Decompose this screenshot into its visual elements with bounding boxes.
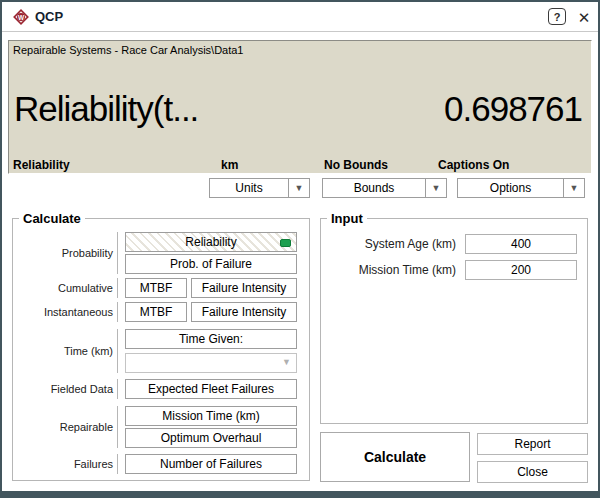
report-button[interactable]: Report [477,433,588,455]
mission-time-label: Mission Time (km) [321,263,456,277]
repairable-row: Repairable Mission Time (km) Optimum Ove… [13,406,297,448]
probability-label: Probability [13,232,113,274]
instantaneous-mtbf-button[interactable]: MTBF [125,302,187,322]
number-of-failures-button[interactable]: Number of Failures [125,454,297,474]
close-button[interactable]: Close [477,461,588,483]
title-bar: W QCP ? ✕ [2,2,598,32]
input-group: Input System Age (km) Mission Time (km) [320,218,588,424]
status-captions: Captions On [438,158,509,172]
row-separator [117,278,118,298]
system-age-label: System Age (km) [321,237,456,251]
expected-fleet-failures-button[interactable]: Expected Fleet Failures [125,379,297,399]
status-metric: Reliability [13,158,70,172]
qcp-dialog: W QCP ? ✕ Repairable Systems - Race Car … [0,0,600,498]
bounds-button[interactable]: Bounds ▼ [322,178,447,198]
chevron-down-icon: ▼ [282,357,291,367]
cumulative-failure-intensity-button[interactable]: Failure Intensity [191,278,297,298]
options-button[interactable]: Options ▼ [457,178,585,198]
status-units: km [221,158,238,172]
svg-text:W: W [18,14,25,21]
selected-indicator-icon [280,239,291,247]
weibull-app-icon: W [12,8,30,26]
failures-row: Failures Number of Failures [13,454,297,474]
optimum-overhaul-button[interactable]: Optimum Overhaul [125,428,297,448]
close-icon[interactable]: ✕ [574,8,594,27]
bounds-button-label[interactable]: Bounds [323,179,425,197]
mission-time-row: Mission Time (km) [321,260,577,280]
fielded-data-row: Fielded Data Expected Fleet Failures [13,379,297,399]
cumulative-mtbf-button[interactable]: MTBF [125,278,187,298]
row-separator [117,454,118,474]
results-display-panel: Repairable Systems - Race Car Analysis\D… [8,40,592,174]
row-separator [117,302,118,322]
input-group-title: Input [327,211,367,226]
row-separator [117,329,118,373]
cumulative-label: Cumulative [13,278,113,298]
calculate-group: Calculate Probability Reliability Prob. … [12,218,310,481]
chevron-down-icon[interactable]: ▼ [563,179,584,197]
prob-of-failure-button[interactable]: Prob. of Failure [125,254,297,274]
cumulative-row: Cumulative MTBF Failure Intensity [13,278,297,298]
window-title: QCP [35,9,63,24]
time-km-label: Time (km) [13,329,113,373]
status-bounds: No Bounds [324,158,388,172]
probability-row: Probability Reliability Prob. of Failure [13,232,297,274]
mission-time-field[interactable] [465,260,577,280]
time-given-dropdown[interactable]: ▼ [125,353,297,373]
units-button-label[interactable]: Units [210,179,288,197]
failures-label: Failures [13,454,113,474]
row-separator [117,232,118,274]
chevron-down-icon[interactable]: ▼ [425,179,446,197]
time-given-button[interactable]: Time Given: [125,329,297,349]
row-separator [117,379,118,399]
result-value: 0.698761 [444,89,582,129]
time-row: Time (km) Time Given: ▼ [13,329,297,373]
mission-time-button[interactable]: Mission Time (km) [125,406,297,426]
instantaneous-label: Instantaneous [13,302,113,322]
result-metric-label: Reliability(t... [14,89,198,129]
fielded-data-label: Fielded Data [13,379,113,399]
calculate-group-title: Calculate [19,211,85,226]
reliability-button-label: Reliability [185,235,236,249]
repairable-label: Repairable [13,406,113,448]
window-bottom-border [0,491,600,498]
calculate-button[interactable]: Calculate [320,432,470,482]
system-age-field[interactable] [465,234,577,254]
reliability-button[interactable]: Reliability [125,232,297,252]
units-button[interactable]: Units ▼ [209,178,310,198]
system-age-row: System Age (km) [321,234,577,254]
row-separator [117,406,118,448]
instantaneous-failure-intensity-button[interactable]: Failure Intensity [191,302,297,322]
data-source-path: Repairable Systems - Race Car Analysis\D… [13,44,243,56]
help-icon[interactable]: ? [548,8,566,25]
chevron-down-icon[interactable]: ▼ [288,179,309,197]
instantaneous-row: Instantaneous MTBF Failure Intensity [13,302,297,322]
options-button-label[interactable]: Options [458,179,563,197]
